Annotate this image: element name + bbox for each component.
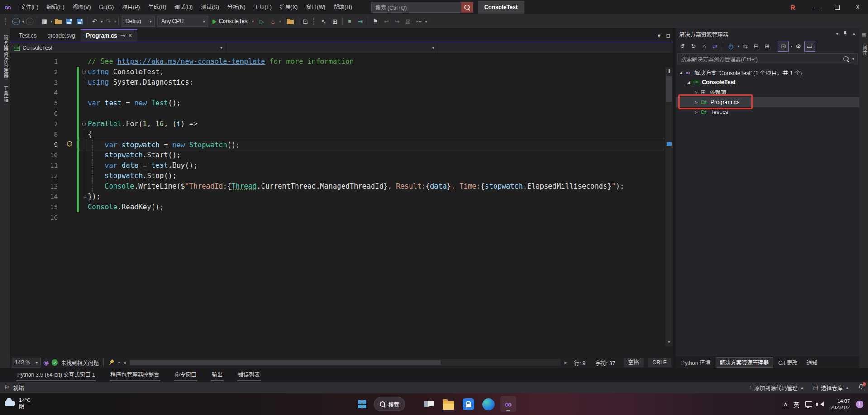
scroll-left-icon[interactable]: ◀	[123, 360, 126, 365]
left-strip-tab-0[interactable]: 服务器资源管理器	[2, 35, 9, 79]
hot-reload-caret-icon[interactable]: ▾	[279, 19, 281, 24]
expanded-arrow-icon[interactable]: ◢	[685, 80, 692, 85]
search-icon[interactable]	[461, 2, 473, 12]
forward-icon[interactable]: ↻	[688, 41, 698, 51]
start-debugging-button[interactable]: ▶ ConsoleTest ▾	[212, 18, 253, 24]
switch-views-icon[interactable]: ⇆	[740, 41, 750, 51]
pending-changes-filter-icon[interactable]: ◷	[726, 41, 736, 51]
code-line-8[interactable]: 8{	[10, 129, 673, 140]
document-outline-icon[interactable]: ⊞	[329, 16, 340, 27]
dock-tab-Git 更改[interactable]: Git 更改	[775, 358, 801, 367]
code-line-12[interactable]: 12 stopwatch.Stop();	[10, 171, 673, 181]
menu-item-8[interactable]: 分析(N)	[223, 0, 250, 14]
scroll-down-icon[interactable]: ▼	[668, 340, 671, 346]
breadcrumb-member-dropdown[interactable]	[438, 42, 673, 53]
collapsed-arrow-icon[interactable]: ▷	[693, 90, 700, 94]
new-project-icon[interactable]: ▦	[39, 16, 50, 27]
dock-tab-解决方案资源管理器[interactable]: 解决方案资源管理器	[716, 357, 773, 368]
filter-caret-icon[interactable]: ▾	[738, 44, 739, 48]
collapsed-arrow-icon[interactable]: ▷	[693, 110, 700, 114]
code-line-13[interactable]: 13 Console.WriteLine($"ThreadId:{Thread.…	[10, 181, 673, 192]
save-all-icon[interactable]	[74, 16, 85, 27]
pin-tab-icon[interactable]: ⊸	[120, 30, 125, 42]
code-line-5[interactable]: 5var test = new Test();	[10, 98, 673, 108]
menu-item-3[interactable]: Git(G)	[95, 0, 118, 14]
zoom-level-dropdown[interactable]: 142 % ▾	[12, 358, 41, 368]
toolbar-grip[interactable]	[313, 18, 316, 25]
tree-item-解决方案 'ConsoleTest' (1 个项目，共 1 个)[interactable]: ◢∞解决方案 'ConsoleTest' (1 个项目，共 1 个)	[676, 67, 859, 77]
document-tab-Test.cs[interactable]: Test.cs	[14, 30, 42, 42]
line-ending-indicator[interactable]: CRLF	[648, 358, 671, 367]
code-line-6[interactable]: 6	[10, 108, 673, 119]
code-line-15[interactable]: 15Console.ReadKey();	[10, 202, 673, 212]
navigate-back-icon[interactable]: ←	[10, 16, 21, 27]
undo-icon[interactable]: ↶	[89, 16, 100, 27]
minimize-button[interactable]: —	[807, 0, 827, 14]
dock-tab-通知[interactable]: 通知	[803, 358, 821, 367]
breadcrumb-type-dropdown[interactable]: ▾	[226, 42, 438, 53]
code-cleanup-icon[interactable]	[108, 359, 114, 367]
search-options-caret-icon[interactable]: ▾	[852, 57, 854, 61]
menu-item-11[interactable]: 窗口(W)	[302, 0, 329, 14]
bottom-tab-2[interactable]: 命令窗口	[174, 369, 197, 381]
notifications-bell-icon[interactable]	[858, 383, 864, 391]
close-tab-icon[interactable]: ×	[129, 30, 132, 42]
vertical-scrollbar[interactable]: ✚ ▼	[665, 67, 673, 346]
code-line-2[interactable]: 2⊟using ConsoleTest;	[10, 67, 673, 77]
back-icon[interactable]: ↺	[677, 41, 687, 51]
close-panel-icon[interactable]: ×	[852, 30, 856, 38]
clock[interactable]: 14:07 2023/1/2	[830, 398, 850, 410]
file-explorer-button[interactable]	[440, 396, 457, 412]
bottom-tab-4[interactable]: 错误列表	[237, 369, 261, 381]
menu-item-10[interactable]: 扩展(X)	[276, 0, 302, 14]
solution-search-box[interactable]: 搜索解决方案资源管理器(Ctrl+;) ▾	[677, 53, 858, 64]
tool-settings-icon[interactable]: ⚙	[793, 41, 803, 51]
dock-tab-Python 环境[interactable]: Python 环境	[677, 358, 714, 367]
menu-item-0[interactable]: 文件(F)	[16, 0, 42, 14]
document-tab-qrcode.svg[interactable]: qrcode.svg	[42, 30, 81, 42]
solution-platform-dropdown[interactable]: Any CPU ▾	[157, 16, 208, 27]
active-files-dropdown-icon[interactable]: ▼	[657, 33, 662, 39]
find-in-files-icon[interactable]	[285, 16, 296, 27]
toolbar-overflow-icon[interactable]: ⋯	[414, 16, 424, 27]
code-line-7[interactable]: 7⊟Parallel.For(1, 16, (i) =>	[10, 119, 673, 129]
sync-with-active-document-icon[interactable]: ⇄	[710, 41, 720, 51]
split-editor-handle-icon[interactable]: ✚	[667, 67, 671, 75]
left-strip-tab-1[interactable]: 工具箱	[2, 86, 9, 102]
menu-item-7[interactable]: 测试(S)	[197, 0, 223, 14]
menu-item-12[interactable]: 帮助(H)	[329, 0, 356, 14]
line-indicator[interactable]: 行: 9	[570, 359, 589, 367]
fold-collapse-icon[interactable]: ⊟	[80, 67, 88, 77]
network-icon[interactable]	[805, 401, 812, 407]
tray-chevron-icon[interactable]: ∧	[783, 401, 787, 407]
document-tab-Program.cs[interactable]: Program.cs⊸×	[81, 29, 137, 42]
pin-icon[interactable]	[843, 31, 848, 38]
edge-browser-button[interactable]	[480, 396, 496, 412]
breakpoint-window-icon[interactable]: ⊡	[300, 16, 311, 27]
redo-caret-icon[interactable]: ▾	[114, 19, 116, 24]
column-indicator[interactable]: 字符: 37	[592, 359, 619, 367]
bottom-tab-3[interactable]: 输出	[211, 369, 224, 381]
microsoft-store-button[interactable]	[460, 396, 477, 412]
start-without-debugging-icon[interactable]: ▷	[257, 16, 267, 27]
menu-item-4[interactable]: 项目(P)	[118, 0, 144, 14]
outdent-lines-icon[interactable]: ⇥	[355, 16, 366, 27]
panel-options-caret-icon[interactable]: ▾	[836, 32, 838, 36]
code-line-4[interactable]: 4	[10, 88, 673, 98]
toolbar-overflow-caret-icon[interactable]: ▾	[425, 19, 427, 24]
code-line-11[interactable]: 11 var data = test.Buy();	[10, 160, 673, 171]
menu-item-9[interactable]: 工具(T)	[250, 0, 276, 14]
hot-reload-icon[interactable]: ♨	[267, 16, 278, 27]
health-status-text[interactable]: 未找到相关问题	[61, 359, 99, 367]
scroll-right-icon[interactable]: ▶	[564, 360, 568, 365]
volume-icon[interactable]	[818, 402, 824, 406]
taskbar-search-button[interactable]: 搜索	[374, 397, 405, 411]
code-line-9[interactable]: 9 var stopwatch = new Stopwatch();	[10, 140, 673, 150]
expanded-arrow-icon[interactable]: ◢	[677, 70, 684, 75]
scrollbar-track[interactable]	[665, 75, 673, 340]
properties-page-icon[interactable]: ⊞	[762, 41, 772, 51]
tree-item-ConsoleTest[interactable]: ◢C#ConsoleTest	[676, 77, 859, 87]
visual-studio-app-button[interactable]: ∞	[500, 396, 516, 412]
bookmark-icon[interactable]: ⚑	[370, 16, 381, 27]
breadcrumb-project-dropdown[interactable]: C# ConsoleTest ▾	[10, 42, 226, 53]
